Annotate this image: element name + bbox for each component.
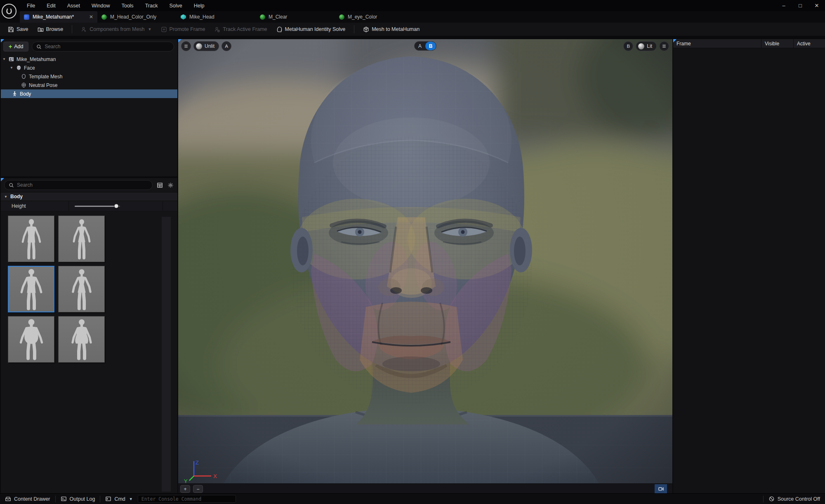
tab-mike-head[interactable]: Mike_Head — [177, 11, 256, 23]
toolbar-separator — [354, 25, 354, 33]
components-from-mesh-button[interactable]: Components from Mesh ▼ — [77, 24, 155, 35]
save-icon — [8, 26, 14, 33]
body-thumbnail-heavy-male[interactable] — [8, 316, 54, 363]
menu-solve[interactable]: Solve — [164, 1, 187, 10]
maximize-button[interactable]: □ — [792, 0, 808, 11]
column-view-icon[interactable] — [156, 181, 163, 189]
mesh-to-metahuman-button[interactable]: Mesh to MetaHuman — [359, 24, 423, 35]
menu-asset[interactable]: Asset — [62, 1, 85, 10]
caret-down-icon[interactable]: ▼ — [2, 57, 6, 61]
body-icon — [12, 91, 17, 97]
caret-down-icon: ▼ — [4, 195, 7, 199]
search-icon — [36, 44, 42, 49]
chevron-down-icon: ▼ — [148, 27, 152, 31]
slider-fill — [75, 206, 116, 207]
tab-m-eye-color[interactable]: M_eye_Color — [335, 11, 414, 23]
status-bar: Content Drawer Output Log Cmd ▼ Source C… — [0, 493, 825, 504]
close-button[interactable]: ✕ — [808, 0, 825, 11]
camera-b-button[interactable]: B — [623, 41, 633, 51]
promote-frame-button[interactable]: Promote Frame — [157, 24, 209, 35]
asset-tab-bar: Mike_Metahuman* ✕ M_Head_Color_Only Mike… — [0, 11, 825, 23]
axis-z-label: Z — [196, 459, 199, 466]
search-icon — [9, 183, 14, 188]
panel-focus-corner — [178, 39, 182, 42]
identity-tree: ▼ Mike_Metahuman ▼ Face Template Mesh Ne… — [1, 55, 177, 98]
height-label: Height — [1, 201, 69, 211]
cmd-selector[interactable]: Cmd ▼ — [100, 494, 137, 504]
output-log-button[interactable]: Output Log — [56, 494, 100, 504]
add-button[interactable]: + Add — [3, 42, 28, 52]
browse-folder-icon — [38, 26, 44, 33]
view-mode-lit-button[interactable]: Lit — [636, 41, 657, 51]
height-slider[interactable] — [75, 204, 120, 209]
viewport-panel: Z X Y Unlit A A B B Lit — [178, 39, 672, 493]
material-icon — [260, 14, 265, 20]
tab-m-head-color-only[interactable]: M_Head_Color_Only — [97, 11, 177, 23]
scrollbar-track[interactable] — [162, 217, 171, 492]
console-command-input[interactable] — [138, 495, 236, 503]
chevron-down-icon: ▼ — [129, 497, 133, 501]
metahuman-identity-editor-window: File Edit Asset Window Tools Track Solve… — [0, 0, 825, 504]
settings-gear-icon[interactable] — [167, 181, 174, 189]
view-mode-sphere-icon — [196, 43, 202, 49]
content-drawer-icon — [5, 496, 11, 502]
menu-help[interactable]: Help — [189, 1, 210, 10]
output-log-icon — [61, 496, 67, 502]
tree-item-body[interactable]: Body — [1, 89, 177, 98]
material-icon — [101, 14, 107, 20]
minimize-button[interactable]: – — [776, 0, 792, 11]
track-active-frame-icon — [214, 26, 220, 33]
tree-item-face[interactable]: ▼ Face — [1, 63, 177, 72]
tree-item-neutral-pose[interactable]: Neutral Pose — [1, 81, 177, 89]
panel-focus-corner — [1, 178, 4, 181]
caret-down-icon[interactable]: ▼ — [10, 66, 13, 70]
body-thumbnail-slim-female[interactable] — [58, 216, 105, 262]
outliner-search-input[interactable] — [45, 44, 170, 49]
column-header-frame[interactable]: Frame — [673, 39, 761, 48]
view-mode-sphere-icon — [638, 43, 644, 49]
tab-label: Mike_Head — [189, 14, 214, 20]
viewport-3d-scene[interactable]: Z X Y — [178, 39, 672, 483]
menu-window[interactable]: Window — [86, 1, 115, 10]
source-control-button[interactable]: Source Control Off — [764, 496, 825, 502]
body-thumbnail-average-female[interactable] — [58, 266, 105, 312]
metahuman-identity-solve-button[interactable]: MetaHuman Identity Solve — [273, 24, 349, 35]
slider-thumb[interactable] — [114, 204, 119, 209]
save-button[interactable]: Save — [4, 24, 32, 35]
track-active-frame-button[interactable]: Track Active Frame — [210, 24, 271, 35]
toolbar-separator — [72, 25, 72, 33]
toggle-b-button[interactable]: B — [425, 42, 436, 50]
viewport-menu-icon[interactable] — [181, 41, 191, 51]
body-type-grid — [1, 211, 177, 363]
camera-view-button[interactable] — [655, 484, 667, 493]
promote-frame-plus-button[interactable]: + — [180, 485, 190, 493]
column-header-active[interactable]: Active — [794, 39, 825, 48]
camera-a-button[interactable]: A — [222, 41, 231, 51]
ab-view-toggle: A B — [414, 41, 436, 51]
toggle-a-button[interactable]: A — [415, 42, 425, 50]
tab-close-icon[interactable]: ✕ — [89, 14, 93, 20]
body-section-header[interactable]: ▼ Body — [1, 192, 177, 201]
menu-track[interactable]: Track — [140, 1, 163, 10]
body-search-input[interactable] — [17, 182, 148, 188]
menu-tools[interactable]: Tools — [116, 1, 139, 10]
view-mode-unlit-button[interactable]: Unlit — [193, 41, 219, 51]
body-thumbnail-average-male[interactable] — [8, 266, 54, 312]
identity-asset-icon — [24, 14, 29, 20]
body-thumbnail-slim-male[interactable] — [8, 216, 54, 262]
browse-button[interactable]: Browse — [34, 24, 67, 35]
tree-item-mike-metahuman[interactable]: ▼ Mike_Metahuman — [1, 55, 177, 63]
tab-m-clear[interactable]: M_Clear — [256, 11, 335, 23]
tab-mike-metahuman[interactable]: Mike_Metahuman* ✕ — [20, 11, 97, 23]
menu-file[interactable]: File — [21, 1, 40, 10]
body-thumbnail-heavy-female[interactable] — [58, 316, 105, 363]
identity-icon — [8, 56, 14, 62]
tab-label: M_Head_Color_Only — [110, 14, 156, 20]
body-selection-panel: ▼ Body Height — [1, 178, 177, 493]
column-header-visible[interactable]: Visible — [761, 39, 794, 48]
viewport-menu-icon[interactable] — [659, 41, 669, 51]
demote-frame-minus-button[interactable]: − — [193, 485, 203, 493]
menu-edit[interactable]: Edit — [41, 1, 61, 10]
tree-item-template-mesh[interactable]: Template Mesh — [1, 72, 177, 81]
content-drawer-button[interactable]: Content Drawer — [0, 494, 55, 504]
